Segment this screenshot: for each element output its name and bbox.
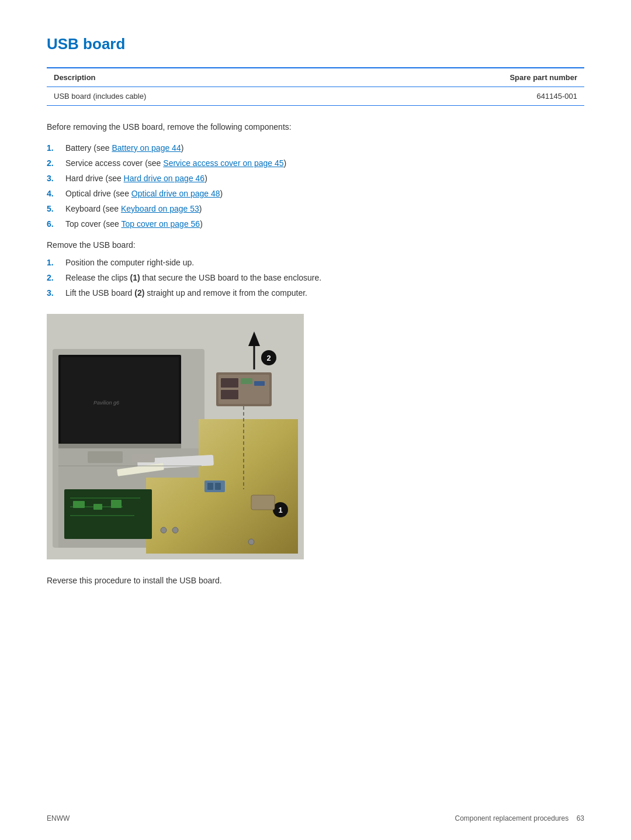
list-number-4: 4. — [47, 189, 65, 198]
svg-rect-14 — [111, 500, 122, 508]
svg-rect-23 — [254, 381, 265, 386]
svg-text:Pavilion g6: Pavilion g6 — [93, 400, 119, 406]
footer-description: Component replacement procedures 63 — [455, 814, 584, 822]
table-header-description: Description — [47, 68, 351, 87]
svg-text:1: 1 — [278, 506, 282, 514]
procedure-diagram: 2 1 Pavilion g6 — [47, 314, 304, 559]
list-item: 2. Service access cover (see Service acc… — [47, 158, 584, 168]
svg-rect-38 — [131, 454, 155, 462]
hard-drive-link[interactable]: Hard drive on page 46 — [124, 174, 205, 183]
closing-text: Reverse this procedure to install the US… — [47, 576, 584, 585]
svg-point-34 — [248, 539, 254, 545]
parts-table: Description Spare part number USB board … — [47, 67, 584, 106]
svg-rect-3 — [61, 357, 179, 443]
list-item: 6. Top cover (see Top cover on page 56) — [47, 219, 584, 229]
list-content-1: Battery (see Battery on page 44) — [65, 143, 584, 153]
svg-rect-12 — [73, 501, 85, 508]
svg-rect-40 — [207, 483, 213, 490]
list-item: 1. Battery (see Battery on page 44) — [47, 143, 584, 153]
svg-rect-4 — [58, 444, 181, 448]
list-number-1: 1. — [47, 143, 65, 153]
list-content-5: Keyboard (see Keyboard on page 53) — [65, 204, 584, 213]
svg-point-33 — [172, 527, 178, 533]
page-title: USB board — [47, 35, 584, 53]
diagram-container: 2 1 Pavilion g6 — [47, 314, 584, 559]
list-item: 3. Hard drive (see Hard drive on page 46… — [47, 174, 584, 183]
remove-label: Remove the USB board: — [47, 240, 584, 250]
svg-point-32 — [161, 527, 167, 533]
svg-rect-22 — [241, 378, 252, 384]
list-content-6: Top cover (see Top cover on page 56) — [65, 219, 584, 229]
list-item: 4. Optical drive (see Optical drive on p… — [47, 189, 584, 198]
svg-rect-13 — [93, 504, 102, 510]
list-item: 3. Lift the USB board (2) straight up an… — [47, 288, 584, 298]
battery-link[interactable]: Battery on page 44 — [112, 143, 181, 153]
footer: ENWW Component replacement procedures 63 — [0, 814, 631, 822]
svg-rect-8 — [64, 489, 152, 539]
svg-rect-20 — [221, 378, 238, 388]
intro-text: Before removing the USB board, remove th… — [47, 122, 584, 132]
top-cover-link[interactable]: Top cover on page 56 — [121, 219, 200, 229]
svg-rect-31 — [251, 495, 275, 510]
optical-drive-link[interactable]: Optical drive on page 48 — [131, 189, 220, 198]
list-item: 2. Release the clips (1) that secure the… — [47, 273, 584, 282]
service-cover-link[interactable]: Service access cover on page 45 — [163, 158, 283, 168]
step-number-1: 1. — [47, 258, 65, 267]
keyboard-link[interactable]: Keyboard on page 53 — [121, 204, 199, 213]
list-number-3: 3. — [47, 174, 65, 183]
steps-list: 1. Position the computer right-side up. … — [47, 258, 584, 298]
svg-text:2: 2 — [266, 354, 271, 362]
list-number-2: 2. — [47, 158, 65, 168]
svg-rect-41 — [215, 483, 221, 490]
step-number-2: 2. — [47, 273, 65, 282]
step-content-2: Release the clips (1) that secure the US… — [65, 273, 584, 282]
prerequisites-list: 1. Battery (see Battery on page 44) 2. S… — [47, 143, 584, 229]
table-cell-description: USB board (includes cable) — [47, 87, 351, 106]
svg-rect-21 — [221, 390, 238, 399]
step-content-3: Lift the USB board (2) straight up and r… — [65, 288, 584, 298]
svg-rect-37 — [88, 451, 123, 463]
step-number-3: 3. — [47, 288, 65, 298]
table-cell-part-number: 641145-001 — [351, 87, 584, 106]
list-content-4: Optical drive (see Optical drive on page… — [65, 189, 584, 198]
table-row: USB board (includes cable) 641145-001 — [47, 87, 584, 106]
list-item: 1. Position the computer right-side up. — [47, 258, 584, 267]
table-header-part-number: Spare part number — [351, 68, 584, 87]
page-number: 63 — [577, 814, 584, 822]
list-content-3: Hard drive (see Hard drive on page 46) — [65, 174, 584, 183]
list-number-5: 5. — [47, 204, 65, 213]
step-content-1: Position the computer right-side up. — [65, 258, 584, 267]
list-content-2: Service access cover (see Service access… — [65, 158, 584, 168]
list-item: 5. Keyboard (see Keyboard on page 53) — [47, 204, 584, 213]
footer-enww: ENWW — [47, 814, 70, 822]
list-number-6: 6. — [47, 219, 65, 229]
